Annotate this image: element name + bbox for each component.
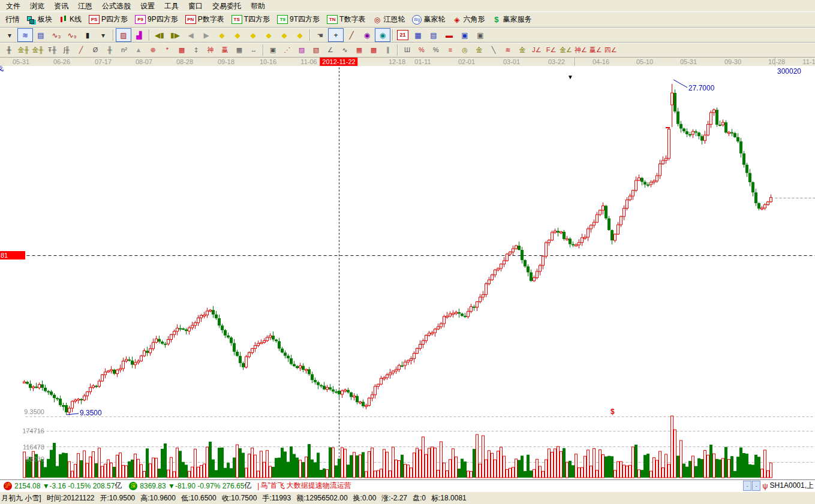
toolbar-item-quotes[interactable]: 行情	[2, 13, 23, 26]
circle-cal-icon[interactable]: Ø	[88, 43, 103, 57]
memo-icon[interactable]: ▤	[426, 28, 441, 42]
dropdown-arrow-icon[interactable]: ▾	[2, 28, 17, 42]
grid-box-icon[interactable]: ▦	[352, 43, 366, 57]
gann-diamond-left-icon[interactable]: ◆	[214, 28, 230, 42]
toolbar-item-kline[interactable]: K线	[56, 13, 85, 26]
volume-histogram-icon[interactable]: ▟	[131, 28, 147, 42]
double-tick-icon[interactable]: ‡	[189, 43, 203, 57]
toolbar-item-winner-wheel[interactable]: Big 赢家轮	[409, 13, 448, 26]
angle-mirror-icon[interactable]: ▲	[131, 43, 146, 57]
j-angle-icon[interactable]: J∠	[530, 43, 544, 57]
prev-page-icon[interactable]: ◀	[183, 28, 199, 42]
gold-angle2-icon[interactable]: 金∠	[558, 43, 573, 57]
calculator-icon[interactable]: ▦	[410, 28, 426, 42]
menu-formula-stockpick[interactable]: 公式选股	[97, 1, 136, 12]
candlestick-chart-canvas[interactable]	[0, 66, 815, 479]
info-panel-icon[interactable]: ▤	[33, 28, 49, 42]
gann-flower-icon[interactable]: ◉	[359, 28, 375, 42]
spin-right-button[interactable]: -	[752, 481, 760, 491]
menu-browse[interactable]: 浏览	[25, 1, 49, 12]
gold-line-icon[interactable]: 金	[472, 43, 486, 57]
brush-icon[interactable]: ╱	[74, 43, 88, 57]
table-123-icon[interactable]: ▦	[232, 43, 246, 57]
gann-diamond-h-icon[interactable]: ◆	[245, 28, 261, 42]
gold-circle-icon[interactable]: ◎	[458, 43, 472, 57]
scale-icon[interactable]: Ш	[400, 43, 414, 57]
wave-line-icon[interactable]: ∿	[338, 43, 352, 57]
levels-icon[interactable]: ≡	[443, 43, 458, 57]
hand-tool-icon[interactable]: ☚	[312, 28, 328, 42]
t-grid-icon[interactable]: Ŧ╫	[45, 43, 59, 57]
gold-grid2-icon[interactable]: 金╫	[31, 43, 45, 57]
net-box-icon[interactable]: ▩	[366, 43, 381, 57]
wave-9-icon[interactable]: ∿₉	[64, 28, 80, 42]
crosshair-tool-icon[interactable]: +	[328, 28, 344, 42]
toolbar-item-t-square[interactable]: TS T四方形	[228, 13, 273, 26]
width-measure-icon[interactable]: ↔	[246, 43, 261, 57]
toolbar-item-9t-square[interactable]: T9 9T四方形	[274, 13, 323, 26]
menu-news[interactable]: 资讯	[49, 1, 73, 12]
toolbar-item-hexagon[interactable]: ◈ 六角形	[449, 13, 488, 26]
f-angle-icon[interactable]: F∠	[544, 43, 558, 57]
date-tick-label: 09-30	[724, 58, 741, 65]
shanghai-index-unit: 亿	[115, 481, 122, 491]
wave-band-icon[interactable]: ≋	[501, 43, 515, 57]
angle-line-icon[interactable]: ∠	[323, 43, 338, 57]
menu-trade-order[interactable]: 交易委托	[207, 1, 246, 12]
toolbar-item-blocks[interactable]: 板块	[24, 13, 55, 26]
win-angle-icon[interactable]: 赢∠	[588, 43, 603, 57]
gann-diamond-star-icon[interactable]: ◆	[292, 28, 308, 42]
square-number-icon[interactable]: n²	[117, 43, 131, 57]
gold-angle-icon[interactable]: 金	[515, 43, 530, 57]
ray-fan-icon[interactable]: ⋰	[280, 43, 294, 57]
last-page-icon[interactable]: ▮▶	[167, 28, 183, 42]
candle-type-icon[interactable]: ▮	[80, 28, 95, 42]
percent-icon[interactable]: %	[429, 43, 443, 57]
angle-draw-icon[interactable]: ╱	[344, 28, 359, 42]
four-angle-icon[interactable]: 四∠	[603, 43, 618, 57]
wave-3-icon[interactable]: ∿₃	[49, 28, 64, 42]
marker-icon[interactable]: ╲	[486, 43, 501, 57]
spiral-grid-icon[interactable]: ʃ╫	[59, 43, 74, 57]
toolbar-item-p-square[interactable]: PS P四方形	[86, 13, 131, 26]
gann-diamond-right-icon[interactable]: ◆	[230, 28, 245, 42]
smart-brain-icon[interactable]: ◉	[375, 28, 390, 42]
shen-tool-icon[interactable]: 神	[203, 43, 218, 57]
toolbar-item-9p-square[interactable]: P9 9P四方形	[132, 13, 181, 26]
next-page-icon[interactable]: ▶	[199, 28, 214, 42]
workstation-icon[interactable]: ▣	[473, 28, 488, 42]
save-icon[interactable]: ▬	[441, 28, 457, 42]
win-tool-icon[interactable]: 赢	[218, 43, 232, 57]
star-ray-icon[interactable]: *	[160, 43, 175, 57]
gann-diamond-plus-icon[interactable]: ◆	[276, 28, 292, 42]
gold-grid-icon[interactable]: 金╫	[16, 43, 31, 57]
menu-window[interactable]: 窗口	[184, 1, 207, 12]
shaded-box-icon[interactable]: ▨	[294, 43, 309, 57]
screenshot-icon[interactable]: ▣	[457, 28, 473, 42]
gann-diamond-x-icon[interactable]: ◆	[261, 28, 276, 42]
candle-type-dropdown-icon[interactable]: ▾	[95, 28, 111, 42]
calendar-icon[interactable]: 21	[397, 30, 408, 40]
menu-file[interactable]: 文件	[1, 1, 25, 12]
menu-tools[interactable]: 工具	[160, 1, 184, 12]
menu-settings[interactable]: 设置	[136, 1, 160, 12]
first-page-icon[interactable]: ◀▮	[152, 28, 167, 42]
toolbar-item-t-table[interactable]: TN T数字表	[324, 13, 368, 26]
gann-grid-icon[interactable]: ╫	[2, 43, 16, 57]
percent2-icon[interactable]: %	[414, 43, 429, 57]
gann-pattern-icon[interactable]: ▨	[116, 28, 131, 42]
shen-angle-icon[interactable]: 神∠	[573, 43, 588, 57]
spin-left-button[interactable]: -	[743, 481, 751, 491]
toolbar-item-gann-wheel[interactable]: ◎ 江恩轮	[369, 13, 408, 26]
square-net-icon[interactable]: ▩	[175, 43, 189, 57]
box-tool-icon[interactable]: ▣	[266, 43, 280, 57]
ruler-grid-icon[interactable]: ╫	[103, 43, 117, 57]
toolbar-item-winner-service[interactable]: $ 赢家服务	[489, 13, 534, 26]
menu-gann[interactable]: 江恩	[73, 1, 97, 12]
wave-overlay-icon[interactable]: ≋	[17, 28, 33, 42]
menu-help[interactable]: 帮助	[246, 1, 270, 12]
toolbar-item-p-table[interactable]: PN P数字表	[182, 13, 227, 26]
parallel-lines-icon[interactable]: ∥	[381, 43, 395, 57]
hatch-box-icon[interactable]: ▧	[309, 43, 323, 57]
circle-cross-icon[interactable]: ⊕	[146, 43, 160, 57]
